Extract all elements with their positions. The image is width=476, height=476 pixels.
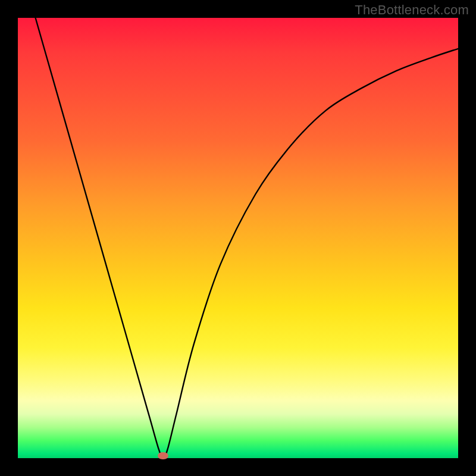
minimum-marker <box>158 452 168 459</box>
watermark-text: TheBottleneck.com <box>355 2 469 18</box>
plot-area <box>18 18 458 458</box>
chart-frame: TheBottleneck.com <box>0 0 476 476</box>
bottleneck-curve <box>18 18 458 458</box>
curve-path <box>36 18 458 458</box>
